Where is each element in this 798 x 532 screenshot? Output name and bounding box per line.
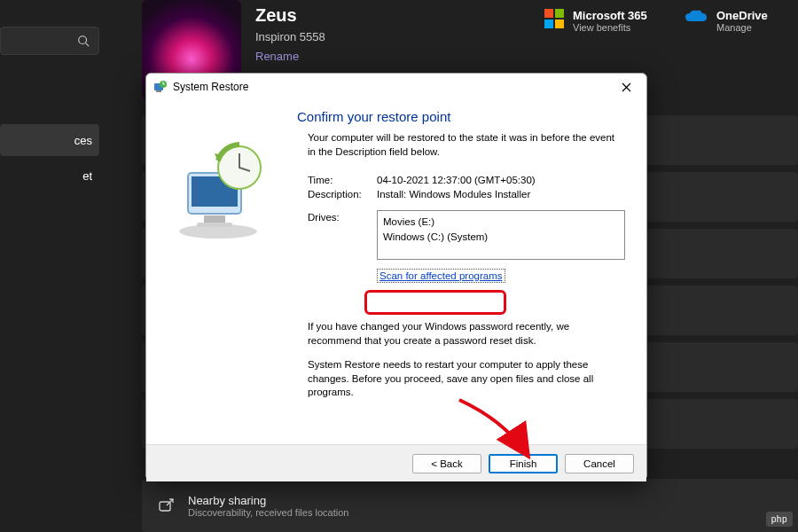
share-icon (158, 497, 176, 514)
password-note: If you have changed your Windows passwor… (308, 320, 625, 348)
profile-name: Zeus (255, 5, 297, 26)
onedrive-sub: Manage (716, 22, 768, 33)
restore-graphic-icon (165, 136, 271, 242)
wizard-heading: Confirm your restore point (297, 109, 625, 124)
time-value: 04-10-2021 12:37:00 (GMT+05:30) (377, 175, 536, 185)
ms365-link[interactable]: Microsoft 365 View benefits (544, 9, 647, 33)
svg-rect-4 (156, 90, 161, 92)
rename-link[interactable]: Rename (255, 50, 299, 63)
ms365-title: Microsoft 365 (573, 9, 647, 22)
svg-point-0 (79, 36, 87, 44)
watermark: php (766, 512, 793, 527)
finish-button[interactable]: Finish (489, 454, 558, 473)
microsoft-icon (544, 9, 564, 28)
button-bar: < Back Finish Cancel (146, 444, 646, 481)
cloud-icon (685, 9, 708, 25)
close-button[interactable] (613, 76, 639, 98)
wizard-content: Confirm your restore point Your computer… (290, 100, 646, 444)
drives-listbox[interactable]: Movies (E:) Windows (C:) (System) (377, 210, 625, 260)
dialog-title: System Restore (173, 81, 613, 93)
drive-item[interactable]: Movies (E:) (383, 215, 619, 230)
finish-button-label: Finish (510, 458, 537, 469)
sidebar-item[interactable]: ces (0, 124, 99, 156)
close-icon (622, 82, 631, 92)
nearby-sharing-row[interactable]: Nearby sharing Discoverability, received… (142, 479, 798, 532)
restart-note: System Restore needs to restart your com… (308, 358, 625, 400)
onedrive-title: OneDrive (716, 9, 768, 22)
description-label: Description: (308, 189, 377, 200)
watermark-text: php (771, 514, 787, 524)
wizard-graphic-pane (146, 100, 290, 444)
cancel-button-label: Cancel (583, 458, 615, 469)
search-input[interactable] (0, 27, 99, 55)
drives-label: Drives: (308, 212, 377, 223)
nearby-title: Nearby sharing (188, 494, 348, 507)
description-value: Install: Windows Modules Installer (377, 189, 530, 200)
svg-line-1 (86, 43, 90, 47)
search-icon (77, 35, 90, 47)
back-button-label: < Back (431, 458, 462, 469)
scan-affected-programs-link[interactable]: Scan for affected programs (377, 269, 505, 283)
wizard-intro: Your computer will be restored to the st… (308, 131, 625, 159)
sidebar-item-label: ces (74, 134, 92, 147)
sidebar-item[interactable]: et (0, 160, 99, 192)
system-restore-icon (153, 80, 168, 94)
drive-item[interactable]: Windows (C:) (System) (383, 230, 619, 245)
onedrive-link[interactable]: OneDrive Manage (685, 9, 768, 33)
sidebar-item-label: et (82, 169, 92, 183)
system-restore-dialog: System Restore Confirm your restore poin… (145, 73, 647, 481)
svg-rect-10 (197, 223, 232, 227)
back-button[interactable]: < Back (412, 454, 481, 473)
nearby-sub: Discoverability, received files location (188, 507, 348, 518)
ms365-sub: View benefits (573, 22, 647, 33)
cancel-button[interactable]: Cancel (565, 454, 634, 473)
wizard-body: Confirm your restore point Your computer… (146, 100, 646, 444)
svg-rect-9 (204, 215, 225, 223)
time-label: Time: (308, 175, 377, 185)
settings-sidebar: ces et (0, 0, 129, 532)
titlebar: System Restore (146, 74, 646, 100)
profile-model: Inspiron 5558 (255, 30, 325, 43)
